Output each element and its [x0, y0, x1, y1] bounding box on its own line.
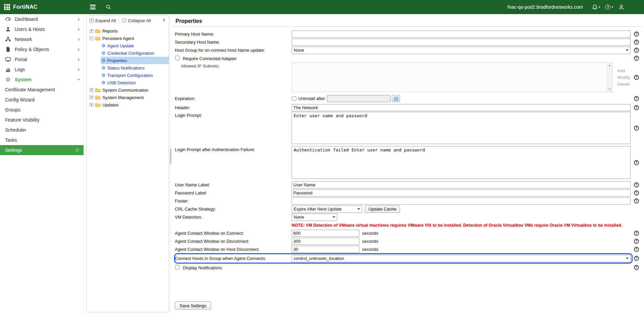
login-prompt-failure-textarea[interactable]: Authentication failed Enter user name an…	[292, 146, 631, 179]
help-icon[interactable]: ?	[634, 198, 639, 203]
selected-option: None	[294, 215, 304, 220]
sidebar-item-feature-visibility[interactable]: Feature Visibility	[0, 115, 84, 125]
host-group-select[interactable]: None	[292, 47, 631, 54]
help-icon[interactable]: ?	[634, 48, 639, 53]
scroll-down-icon[interactable]: ▼	[608, 88, 611, 91]
help-icon[interactable]: ?	[634, 105, 639, 110]
expand-icon[interactable]: +	[90, 103, 93, 107]
help-menu[interactable]: ? ▾	[605, 4, 613, 10]
sidebar-item-scheduler[interactable]: Scheduler	[0, 125, 84, 135]
user-name-label-input[interactable]	[292, 181, 631, 188]
sidebar-item-portal[interactable]: Portal ›	[0, 54, 84, 64]
sidebar-item-network[interactable]: Network ›	[0, 34, 84, 44]
sidebar-item-system[interactable]: ⚙ System ›	[0, 75, 84, 85]
expand-icon[interactable]: +	[90, 88, 93, 92]
sidebar-item-users-hosts[interactable]: Users & Hosts ›	[0, 24, 84, 34]
panel-splitter[interactable]	[170, 15, 171, 312]
tree-node-persistent-agent[interactable]: − Persistent Agent	[88, 35, 169, 42]
uninstall-after-checkbox[interactable]	[292, 96, 296, 101]
help-icon[interactable]: ?	[634, 231, 639, 236]
tree-node-agent-update[interactable]: ⚙ Agent Update	[101, 42, 169, 49]
require-connected-adapter-checkbox[interactable]	[175, 56, 180, 60]
tree-node-system-management[interactable]: + System Management	[88, 94, 169, 101]
expiration-value-input[interactable]	[327, 95, 391, 102]
add-button[interactable]: Add	[617, 68, 630, 73]
login-prompt-textarea[interactable]: Enter user name and password	[292, 112, 631, 144]
help-icon[interactable]: ?	[634, 160, 639, 165]
update-cache-button[interactable]: Update Cache	[365, 206, 400, 213]
expand-icon[interactable]: +	[90, 29, 93, 33]
field-label: VM Detection:	[175, 215, 292, 220]
tree-node-properties[interactable]: ⚙ Properties	[101, 57, 169, 64]
expand-all-button[interactable]: + Expand All	[89, 17, 116, 24]
sidebar-item-dashboard[interactable]: Dashboard ›	[0, 14, 84, 24]
sidebar-item-groups[interactable]: Groups	[0, 105, 84, 115]
header-input[interactable]	[292, 104, 631, 111]
crl-cache-strategy-select[interactable]: Expire After Next Update	[292, 206, 362, 213]
help-icon[interactable]: ?	[634, 256, 639, 261]
password-label-input[interactable]	[292, 189, 631, 196]
secondary-host-name-input[interactable]	[292, 39, 631, 46]
vm-detection-select[interactable]: None	[292, 214, 337, 221]
form-row-agent-contact-host-disconnect: Agent Contact Window on Host Disconnect:…	[175, 245, 642, 253]
help-icon[interactable]: ?	[634, 239, 639, 244]
selected-option: None	[294, 48, 304, 53]
help-icon[interactable]: ?	[634, 96, 639, 101]
delete-button[interactable]: Delete	[617, 82, 630, 87]
tree-node-transport-configuration[interactable]: ⚙ Transport Configuration	[101, 72, 169, 79]
form-row-vm-detection: VM Detection: None	[175, 213, 642, 221]
expand-icon[interactable]: +	[90, 96, 93, 99]
calendar-button[interactable]	[392, 95, 400, 102]
tree-node-updates[interactable]: + Updates	[88, 101, 169, 108]
sidebar-subitem-label: Settings	[5, 147, 22, 153]
star-icon[interactable]: ☆	[75, 147, 80, 153]
help-icon[interactable]: ?	[634, 182, 639, 187]
sidebar-item-settings[interactable]: Settings ☆	[0, 145, 84, 155]
primary-host-name-input[interactable]	[292, 31, 631, 38]
pin-panel-button[interactable]	[161, 17, 167, 24]
connect-hosts-group-select[interactable]: control_unknown_location	[292, 255, 631, 262]
search-button[interactable]	[104, 3, 112, 11]
tree-node-reports[interactable]: + Reports	[88, 27, 169, 35]
footer-input[interactable]	[292, 197, 631, 205]
expand-all-icon: +	[90, 18, 94, 22]
collapse-icon[interactable]: −	[90, 37, 93, 40]
tree-node-status-notifications[interactable]: ⚙ Status Notifications	[101, 64, 169, 72]
sidebar-item-logs[interactable]: Logs ›	[0, 64, 84, 75]
user-menu[interactable]	[618, 4, 625, 10]
sidebar-item-tasks[interactable]: Tasks	[0, 135, 84, 145]
tree-node-usb-detection[interactable]: ⚙ USB Detection	[101, 79, 169, 86]
allowed-ip-subnets-list[interactable]: ▲ ▼	[292, 62, 612, 92]
field-label: User Name Label:	[175, 182, 292, 187]
display-notifications-checkbox[interactable]	[175, 265, 180, 269]
help-icon[interactable]: ?	[634, 190, 639, 195]
splitter-handle[interactable]	[170, 148, 171, 165]
collapse-all-button[interactable]: − Collapse All	[121, 17, 151, 24]
sidebar-subitem-label: Feature Visibility	[5, 117, 39, 123]
save-settings-button[interactable]: Save Settings	[175, 302, 211, 310]
sidebar-item-label: Logs	[15, 67, 78, 72]
sidebar-item-certificate-management[interactable]: Certificate Management	[0, 85, 84, 95]
checkbox-label: Display Notifications	[183, 265, 222, 270]
settings-tree-panel: + Expand All − Collapse All + Reports − …	[87, 15, 169, 312]
help-icon[interactable]: ?	[634, 32, 639, 37]
sidebar-item-label: Policy & Objects	[15, 47, 78, 52]
agent-contact-disconnect-input[interactable]	[292, 238, 359, 245]
tree-node-credential-configuration[interactable]: ⚙ Credential Configuration	[101, 49, 169, 57]
help-icon[interactable]: ?	[634, 265, 639, 270]
scroll-up-icon[interactable]: ▲	[608, 64, 611, 67]
agent-contact-host-disconnect-input[interactable]	[292, 246, 359, 253]
help-icon[interactable]: ?	[634, 56, 639, 61]
help-icon[interactable]: ?	[634, 40, 639, 45]
help-icon[interactable]: ?	[634, 247, 639, 252]
modify-button[interactable]: Modify	[617, 75, 630, 80]
sidebar-item-config-wizard[interactable]: Config Wizard	[0, 95, 84, 105]
menu-toggle-button[interactable]	[84, 3, 97, 10]
agent-contact-connect-input[interactable]	[292, 230, 359, 237]
tree-node-system-communication[interactable]: + System Communication	[88, 86, 169, 94]
notifications-menu[interactable]: ▾	[592, 4, 600, 10]
help-icon[interactable]: ?	[634, 75, 639, 80]
help-icon[interactable]: ?	[634, 126, 639, 131]
sidebar-item-policy-objects[interactable]: Policy & Objects ›	[0, 44, 84, 54]
scrollbar[interactable]: ▲ ▼	[607, 63, 612, 92]
